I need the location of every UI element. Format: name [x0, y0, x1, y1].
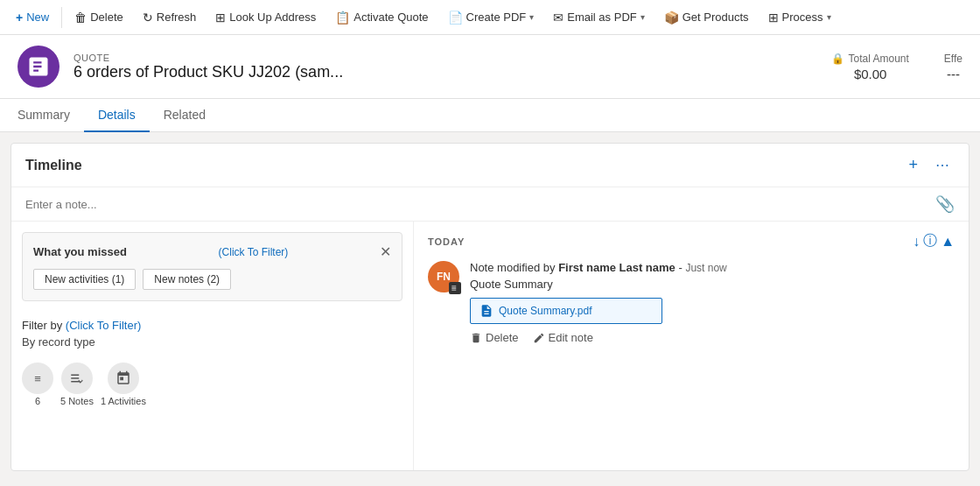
- note-input-area: 📎: [11, 187, 969, 222]
- tab-related[interactable]: Related: [150, 99, 220, 132]
- filter-row: Filter by (Click To Filter): [22, 319, 402, 332]
- notes-label: 5 Notes: [60, 396, 94, 406]
- refresh-icon: ↻: [143, 11, 153, 25]
- rtype-all-button[interactable]: ≡ 6: [22, 363, 53, 406]
- timeline-entry: FN Note modified by First name Last name…: [428, 261, 955, 344]
- activate-button[interactable]: 📋 Activate Quote: [326, 7, 437, 28]
- get-products-button[interactable]: 📦 Get Products: [655, 7, 758, 28]
- edit-entry-button[interactable]: Edit note: [533, 331, 593, 344]
- separator-1: [61, 7, 62, 28]
- timeline-section: Timeline + ⋯ 📎 What you missed (Click To…: [10, 143, 970, 471]
- entry-actions: Delete Edit note: [470, 331, 955, 344]
- total-amount-label: 🔒 Total Amount: [831, 53, 908, 65]
- attach-icon[interactable]: 📎: [935, 194, 955, 214]
- all-label: 6: [35, 396, 40, 406]
- today-label: TODAY ↓ ⓘ ▲: [428, 232, 955, 250]
- attachment-label: Quote Summary.pdf: [499, 305, 592, 317]
- effe-item: Effe ---: [944, 53, 962, 81]
- chevron-down-icon: ▾: [529, 12, 534, 22]
- timeline-body: What you missed (Click To Filter) ✕ New …: [11, 222, 969, 470]
- avatar-badge: [449, 282, 461, 294]
- filter-section: Filter by (Click To Filter) By record ty…: [22, 312, 402, 413]
- rtype-activities-button[interactable]: 1 Activities: [101, 363, 146, 406]
- edit-icon: [533, 332, 545, 344]
- filter-type: By record type: [22, 335, 402, 349]
- get-products-label: Get Products: [682, 11, 749, 24]
- toolbar: + New 🗑 Delete ↻ Refresh ⊞ Look Up Addre…: [0, 0, 980, 35]
- email-pdf-button[interactable]: ✉ Email as PDF ▾: [544, 7, 653, 28]
- refresh-button[interactable]: ↻ Refresh: [134, 7, 206, 28]
- total-amount-value: $0.00: [831, 67, 908, 81]
- attachment-row[interactable]: Quote Summary.pdf: [470, 298, 662, 324]
- delete-button[interactable]: 🗑 Delete: [66, 7, 132, 28]
- modified-text: Note modified by: [470, 261, 558, 274]
- info-button[interactable]: ⓘ: [923, 232, 937, 250]
- filter-label: Filter by: [22, 319, 62, 332]
- record-title: 6 orders of Product SKU JJ202 (sam...: [74, 63, 817, 81]
- total-amount-item: 🔒 Total Amount $0.00: [831, 53, 908, 81]
- entry-author: First name Last name: [558, 261, 676, 274]
- avatar: [18, 46, 60, 88]
- email-pdf-label: Email as PDF: [567, 11, 636, 24]
- lookup-button[interactable]: ⊞ Look Up Address: [206, 7, 325, 28]
- missed-close-button[interactable]: ✕: [380, 243, 391, 260]
- file-icon: [480, 304, 494, 318]
- filter-click[interactable]: (Click To Filter): [66, 319, 141, 332]
- note-input[interactable]: [25, 198, 935, 211]
- email-icon: ✉: [553, 11, 564, 25]
- record-meta: 🔒 Total Amount $0.00 Effe ---: [831, 53, 962, 81]
- tabs: Summary Details Related: [0, 99, 980, 132]
- rtype-notes-button[interactable]: 5 Notes: [60, 363, 94, 406]
- record-type-buttons: ≡ 6 5 Notes: [22, 356, 402, 406]
- chevron-down-icon-3: ▾: [827, 12, 831, 22]
- notes-icon: [61, 363, 93, 394]
- delete-label: Delete: [90, 11, 123, 24]
- trash-icon: [470, 332, 482, 344]
- all-icon: ≡: [22, 363, 53, 394]
- activate-icon: 📋: [335, 11, 350, 25]
- entry-content: Note modified by First name Last name - …: [470, 261, 955, 344]
- process-button[interactable]: ⊞ Process ▾: [760, 7, 840, 28]
- refresh-label: Refresh: [157, 11, 197, 24]
- missed-filter[interactable]: (Click To Filter): [219, 246, 289, 258]
- missed-section: What you missed (Click To Filter) ✕ New …: [22, 232, 402, 301]
- create-pdf-label: Create PDF: [466, 11, 527, 24]
- record-header: QUOTE 6 orders of Product SKU JJ202 (sam…: [0, 35, 980, 99]
- today-actions: ↓ ⓘ ▲: [913, 232, 955, 250]
- activities-label: 1 Activities: [101, 396, 146, 406]
- lock-icon: 🔒: [831, 53, 844, 65]
- record-info: QUOTE 6 orders of Product SKU JJ202 (sam…: [74, 53, 817, 81]
- tab-summary[interactable]: Summary: [18, 99, 84, 132]
- new-notes-button[interactable]: New notes (2): [143, 269, 231, 290]
- pdf-icon: 📄: [448, 11, 463, 25]
- timeline-title: Timeline: [25, 158, 903, 173]
- lookup-icon: ⊞: [215, 11, 226, 25]
- timeline-actions: + ⋯: [903, 154, 955, 176]
- new-activities-button[interactable]: New activities (1): [33, 269, 136, 290]
- delete-entry-button[interactable]: Delete: [470, 331, 519, 344]
- tab-details[interactable]: Details: [84, 99, 150, 132]
- entry-title: Quote Summary: [470, 278, 955, 291]
- delete-icon: 🗑: [74, 11, 87, 25]
- process-icon: ⊞: [768, 11, 779, 25]
- new-label: New: [26, 11, 49, 24]
- main-content: Timeline + ⋯ 📎 What you missed (Click To…: [0, 132, 980, 482]
- timeline-more-button[interactable]: ⋯: [930, 154, 955, 176]
- create-pdf-button[interactable]: 📄 Create PDF ▾: [439, 7, 543, 28]
- missed-title: What you missed: [33, 245, 127, 258]
- timeline-add-button[interactable]: +: [903, 154, 923, 176]
- entry-time: Just now: [685, 262, 726, 274]
- collapse-button[interactable]: ▲: [941, 232, 955, 250]
- effe-label: Effe: [944, 53, 962, 65]
- missed-header: What you missed (Click To Filter) ✕: [33, 243, 391, 260]
- missed-buttons: New activities (1) New notes (2): [33, 269, 391, 290]
- plus-icon: +: [16, 11, 23, 25]
- activities-icon: [108, 363, 139, 394]
- process-label: Process: [782, 11, 823, 24]
- entry-avatar: FN: [428, 261, 459, 292]
- activate-label: Activate Quote: [354, 11, 428, 24]
- products-icon: 📦: [664, 11, 679, 25]
- sort-button[interactable]: ↓: [913, 232, 920, 250]
- left-panel: What you missed (Click To Filter) ✕ New …: [11, 222, 414, 470]
- new-button[interactable]: + New: [7, 7, 58, 28]
